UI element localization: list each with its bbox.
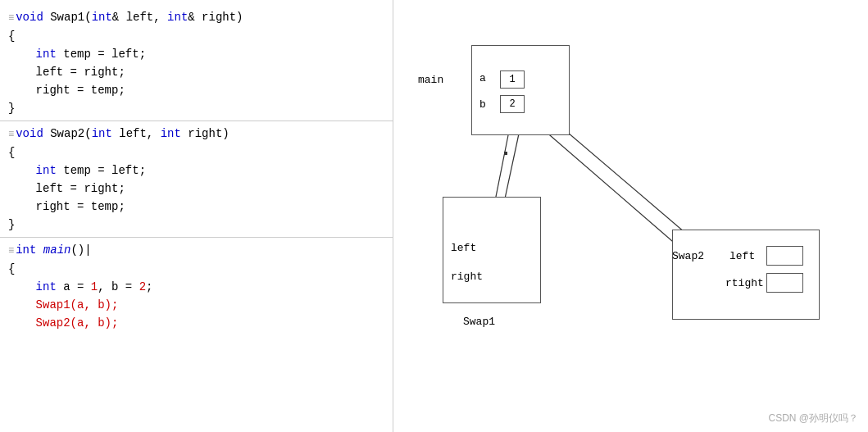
void-kw: void xyxy=(16,8,50,26)
swap2-header-line: ≡void Swap2(int left, int right) xyxy=(0,125,393,143)
void-kw2: void xyxy=(16,125,50,143)
diagram-panel: main a b 1 2 Swap1 left right Swap2 left… xyxy=(393,0,868,432)
int-kw1: int xyxy=(92,8,112,26)
swap2-line3: right = temp; xyxy=(0,198,393,216)
fold-marker: ≡ xyxy=(8,9,14,27)
swap1-line2: left = right; xyxy=(0,63,393,81)
swap2-brace-close: } xyxy=(0,216,393,234)
separator1 xyxy=(0,121,393,121)
swap2-left-box xyxy=(766,246,803,266)
main-fn-name: main xyxy=(43,241,71,259)
swap1-brace-close: } xyxy=(0,99,393,117)
main-frame xyxy=(471,45,570,135)
swap2-fn-name: Swap2( xyxy=(50,125,91,143)
separator2 xyxy=(0,237,393,238)
int-kw4: int xyxy=(161,125,181,143)
swap1-line3: right = temp; xyxy=(0,81,393,99)
main-line3: Swap2(a, b); xyxy=(0,314,393,332)
a-label: a xyxy=(479,72,486,84)
dot-decoration xyxy=(504,152,507,155)
main-header-line: ≡int main()| xyxy=(0,241,393,260)
swap2-line2: left = right; xyxy=(0,180,393,198)
swap1-label: Swap1 xyxy=(463,316,495,328)
swap1-line1: int temp = left; xyxy=(0,45,393,63)
swap1-brace-open: { xyxy=(0,27,393,45)
swap2-rtight-box xyxy=(766,273,803,293)
swap1-header-line: ≡void Swap1(int& left, int& right) xyxy=(0,8,393,27)
a-value-box: 1 xyxy=(500,70,525,89)
main-label: main xyxy=(418,74,443,86)
swap2-line1: int temp = left; xyxy=(0,161,393,180)
swap2-label: Swap2 xyxy=(672,250,704,262)
fold-marker2: ≡ xyxy=(8,125,14,143)
watermark: CSDN @孙明仪吗？ xyxy=(768,412,858,425)
a-value: 1 xyxy=(501,71,524,88)
swap2-brace-open: { xyxy=(0,143,393,161)
swap1-fn-name: Swap1( xyxy=(50,8,91,26)
code-panel: ≡void Swap1(int& left, int& right) { int… xyxy=(0,0,393,432)
main-brace-open: { xyxy=(0,260,393,278)
swap1-right-label: right xyxy=(451,271,483,283)
main-line1: int a = 1, b = 2; xyxy=(0,278,393,296)
b-value: 2 xyxy=(501,96,524,112)
fold-marker3: ≡ xyxy=(8,242,14,260)
int-kw2: int xyxy=(167,8,188,26)
b-label: b xyxy=(479,98,486,111)
b-value-box: 2 xyxy=(500,95,525,113)
main-line2: Swap1(a, b); xyxy=(0,296,393,314)
swap2-rtight-label: rtight xyxy=(725,277,764,289)
swap2-left-label: left xyxy=(729,250,755,262)
int-kw3: int xyxy=(92,125,112,143)
swap1-left-label: left xyxy=(451,242,476,254)
int-kw5: int xyxy=(16,241,36,259)
